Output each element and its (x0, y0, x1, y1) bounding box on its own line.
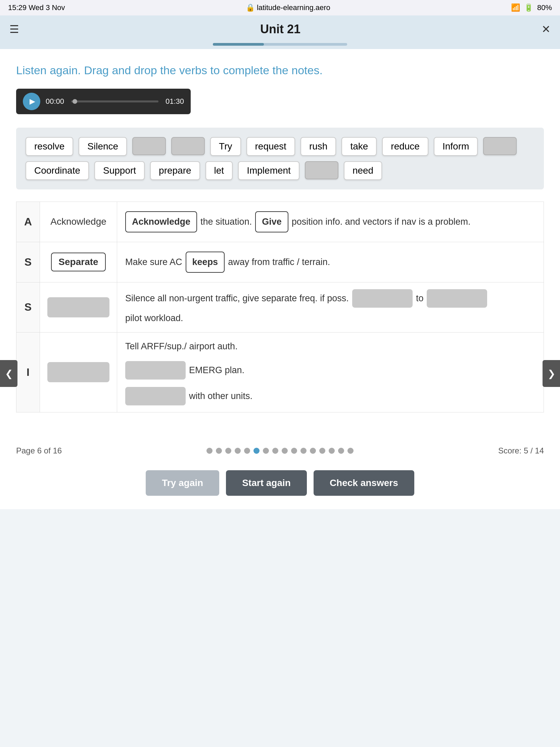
top-nav: ☰ Unit 21 ✕ (0, 16, 560, 43)
instruction: Listen again. Drag and drop the verbs to… (16, 62, 544, 79)
table-row: I Tell ARFF/sup./ airport auth. EMERG pl… (17, 333, 543, 412)
row-label-drop-s2[interactable] (40, 282, 117, 332)
word-chip-rush[interactable]: rush (300, 137, 336, 156)
row-i-para2: EMERG plan. (125, 361, 535, 380)
dot-8[interactable] (272, 448, 278, 454)
row-content-s1: Make sure AC keeps away from traffic / t… (117, 242, 543, 282)
drop-zone-s2-1[interactable] (352, 289, 412, 308)
word-chip-empty4 (305, 161, 339, 179)
filled-acknowledge: Acknowledge (125, 211, 197, 232)
dot-7[interactable] (263, 448, 269, 454)
menu-button[interactable]: ☰ (9, 23, 19, 35)
dot-3[interactable] (225, 448, 231, 454)
status-url: 🔒 latitude-elearning.aero (246, 3, 330, 12)
score-info: Score: 5 / 14 (498, 446, 544, 456)
text-away-from: away from traffic / terrain. (228, 255, 330, 269)
close-button[interactable]: ✕ (541, 23, 551, 35)
word-chip-support[interactable]: Support (94, 161, 145, 180)
row-letter-s2: S (17, 282, 40, 332)
dot-1[interactable] (207, 448, 213, 454)
word-chip-empty1 (132, 137, 166, 155)
dot-11[interactable] (300, 448, 306, 454)
word-chip-let[interactable]: let (206, 161, 233, 180)
status-indicators: 📶 🔋 80% (511, 3, 552, 12)
word-chip-reduce[interactable]: reduce (382, 137, 428, 156)
dot-2[interactable] (216, 448, 222, 454)
filled-separate: Separate (51, 253, 105, 272)
wifi-icon: 📶 (511, 3, 520, 12)
dot-4[interactable] (235, 448, 241, 454)
word-chip-coordinate[interactable]: Coordinate (26, 161, 89, 180)
drop-zone-i[interactable] (47, 362, 109, 382)
dot-16[interactable] (347, 448, 353, 454)
dot-6[interactable] (254, 448, 260, 454)
page-info: Page 6 of 16 (16, 446, 62, 456)
row-a-para: Acknowledge the situation. Give position… (125, 211, 535, 232)
word-chip-resolve[interactable]: resolve (26, 137, 73, 156)
table-row: S Silence all non-urgent traffic, give s… (17, 282, 543, 333)
pagination-bar: Page 6 of 16 Score: 5 / 14 (0, 438, 560, 464)
row-letter-a: A (17, 202, 40, 242)
dot-13[interactable] (319, 448, 325, 454)
prev-arrow[interactable]: ❮ (0, 360, 18, 387)
word-chip-implement[interactable]: Implement (238, 161, 299, 180)
word-chip-request[interactable]: request (246, 137, 295, 156)
text-position-info: position info. and vectors if nav is a p… (292, 215, 471, 229)
row-i-para3: with other units. (125, 387, 535, 405)
page-title: Unit 21 (19, 22, 541, 36)
table-row: S Separate Make sure AC keeps away from … (17, 242, 543, 282)
word-chip-prepare[interactable]: prepare (150, 161, 200, 180)
text-emerg-plan: EMERG plan. (189, 363, 244, 378)
check-answers-button[interactable]: Check answers (314, 470, 414, 496)
drop-zone-s2[interactable] (47, 297, 109, 317)
word-chip-inform[interactable]: Inform (434, 137, 478, 156)
row-letter-s1: S (17, 242, 40, 282)
row-label-separate: Separate (40, 242, 117, 282)
word-chip-need[interactable]: need (344, 161, 382, 180)
progress-bar-bg (213, 43, 347, 46)
word-chip-silence[interactable]: Silence (79, 137, 127, 156)
dot-5[interactable] (244, 448, 250, 454)
drop-zone-i-2[interactable] (125, 387, 186, 405)
battery-icon: 🔋 (524, 3, 533, 12)
row-content-a: Acknowledge the situation. Give position… (117, 202, 543, 242)
text-to: to (416, 291, 424, 306)
word-bank: resolve Silence Try request rush take re… (16, 128, 544, 189)
try-again-button[interactable]: Try again (146, 470, 219, 496)
text-tell-arff: Tell ARFF/sup./ airport auth. (125, 339, 238, 354)
word-chip-try[interactable]: Try (210, 137, 241, 156)
word-chip-empty3 (483, 137, 517, 155)
text-other-units: with other units. (189, 389, 252, 404)
dot-14[interactable] (329, 448, 335, 454)
audio-time-start: 00:00 (46, 97, 66, 106)
row-label-drop-i[interactable] (40, 333, 117, 412)
text-make-sure: Make sure AC (125, 255, 182, 269)
page-dots (207, 448, 353, 454)
dot-15[interactable] (338, 448, 344, 454)
bottom-buttons: Try again Start again Check answers (0, 464, 560, 509)
drop-zone-s2-2[interactable] (427, 289, 487, 308)
assi-table: A Acknowledge Acknowledge the situation.… (16, 202, 544, 412)
table-row: A Acknowledge Acknowledge the situation.… (17, 202, 543, 242)
progress-bar-container (0, 43, 560, 49)
text-pilot-workload: pilot workload. (125, 311, 183, 326)
audio-track[interactable] (71, 100, 158, 102)
word-chip-take[interactable]: take (342, 137, 377, 156)
status-bar: 15:29 Wed 3 Nov 🔒 latitude-elearning.aer… (0, 0, 560, 16)
start-again-button[interactable]: Start again (226, 470, 307, 496)
dot-10[interactable] (291, 448, 297, 454)
drop-zone-i-1[interactable] (125, 361, 186, 380)
dot-12[interactable] (310, 448, 316, 454)
next-arrow[interactable]: ❯ (542, 360, 560, 387)
row-content-i: Tell ARFF/sup./ airport auth. EMERG plan… (117, 333, 543, 412)
row-i-para1: Tell ARFF/sup./ airport auth. (125, 339, 535, 354)
row-letter-i: I (17, 333, 40, 412)
main-content: Listen again. Drag and drop the verbs to… (0, 49, 560, 438)
filled-keeps: keeps (186, 252, 225, 273)
play-button[interactable] (23, 93, 40, 110)
text-the-situation: the situation. (201, 215, 252, 229)
audio-time-end: 01:30 (164, 97, 184, 106)
row-content-s2: Silence all non-urgent traffic, give sep… (117, 282, 543, 332)
word-chip-empty2 (171, 137, 205, 155)
dot-9[interactable] (282, 448, 288, 454)
